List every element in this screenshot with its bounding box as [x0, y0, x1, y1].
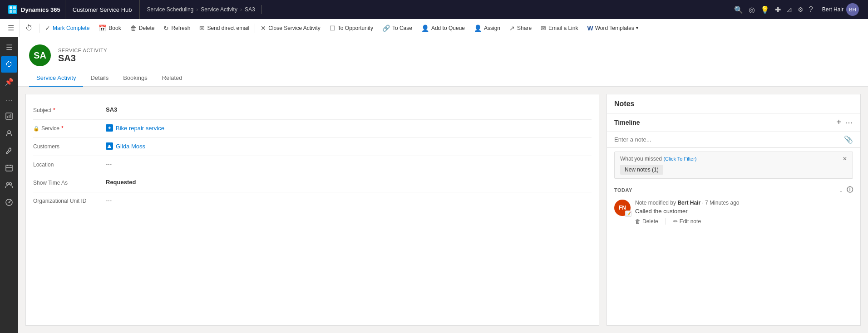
email-a-link-button[interactable]: ✉ Email a Link — [536, 19, 582, 37]
svg-rect-0 — [10, 6, 12, 9]
location-label: Location — [33, 161, 106, 168]
timeline-more-icon[interactable]: ⋯ — [845, 118, 853, 127]
new-notes-button[interactable]: New notes (1) — [620, 165, 663, 175]
timeline-actions: + ⋯ — [836, 118, 853, 127]
timeline-title: Timeline — [614, 119, 640, 126]
d365-icon — [8, 5, 17, 14]
breadcrumb-service-scheduling[interactable]: Service Scheduling — [147, 6, 194, 13]
email-icon: ✉ — [199, 24, 205, 32]
sidebar: ☰ ⏱ 📌 … — [0, 37, 18, 333]
add-to-queue-button[interactable]: 👤 Add to Queue — [417, 19, 469, 37]
top-nav: Dynamics 365 Customer Service Hub Servic… — [0, 0, 868, 19]
lock-icon: 🔒 — [33, 126, 39, 132]
book-button[interactable]: 📅 Book — [94, 19, 125, 37]
add-icon[interactable]: ✚ — [775, 5, 781, 14]
tab-related[interactable]: Related — [155, 70, 190, 87]
missed-close-icon[interactable]: ✕ — [843, 156, 847, 162]
entity-type-label: SERVICE ACTIVITY — [58, 48, 107, 53]
timeline-add-icon[interactable]: + — [836, 118, 841, 127]
refresh-button[interactable]: ↻ Refresh — [159, 19, 195, 37]
refresh-icon: ↻ — [163, 24, 169, 32]
activity-icon[interactable]: ◎ — [749, 5, 755, 14]
delete-note-button[interactable]: 🗑 Delete — [635, 218, 658, 225]
info-button[interactable]: ⏱ — [20, 19, 38, 37]
note-author-name: Bert Hair — [677, 200, 700, 206]
svg-rect-3 — [13, 10, 16, 13]
show-time-as-value[interactable]: Requested — [106, 179, 592, 186]
to-case-button[interactable]: 🔗 To Case — [378, 19, 417, 37]
note-action-separator — [666, 218, 666, 225]
missed-banner-header: What you missed (Click To Filter) ✕ — [620, 156, 847, 162]
sidebar-item-analytics[interactable] — [1, 194, 17, 211]
sidebar-item-tools[interactable] — [1, 142, 17, 159]
sidebar-item-contacts[interactable] — [1, 125, 17, 142]
content-area: SA SERVICE ACTIVITY SA3 Service Activity… — [18, 37, 868, 333]
breadcrumb-service-activity[interactable]: Service Activity — [201, 6, 237, 13]
sidebar-item-menu[interactable]: ☰ — [1, 39, 17, 55]
edit-note-button[interactable]: ✏ Edit note — [673, 218, 701, 225]
timeline-header: Timeline + ⋯ — [607, 114, 860, 132]
svg-point-16 — [9, 202, 10, 203]
customer-lookup-icon — [106, 142, 113, 150]
missed-banner: What you missed (Click To Filter) ✕ New … — [614, 152, 853, 179]
delete-icon: 🗑 — [130, 24, 137, 32]
attachment-icon[interactable]: 📎 — [844, 135, 853, 144]
missed-filter[interactable]: (Click To Filter) — [663, 156, 696, 162]
to-opportunity-button[interactable]: ☐ To Opportunity — [325, 19, 378, 37]
info-circle-icon[interactable]: ⓘ — [847, 186, 853, 194]
field-subject: Subject * SA3 — [33, 102, 592, 120]
sidebar-item-recent[interactable]: ⏱ — [1, 56, 17, 73]
mark-complete-button[interactable]: ✓ Mark Complete — [40, 19, 94, 37]
nav-hub[interactable]: Customer Service Hub — [65, 0, 140, 19]
page-header: SA SERVICE ACTIVITY SA3 — [18, 37, 868, 70]
question-icon[interactable]: ? — [809, 5, 813, 14]
sidebar-item-calendar[interactable] — [1, 160, 17, 176]
service-value[interactable]: Bike repair service — [106, 124, 592, 132]
tab-bar: Service Activity Details Bookings Relate… — [18, 70, 868, 87]
book-icon: 📅 — [99, 24, 106, 32]
sidebar-item-reports[interactable] — [1, 108, 17, 124]
download-icon[interactable]: ↓ — [839, 186, 843, 194]
close-service-activity-button[interactable]: ✕ Close Service Activity — [256, 19, 325, 37]
settings-icon[interactable]: ⚙ — [798, 6, 804, 13]
org-unit-id-value[interactable]: --- — [106, 197, 592, 204]
notes-header: Notes — [607, 94, 860, 114]
customers-value[interactable]: Gilda Moss — [106, 142, 592, 150]
customers-label: Customers — [33, 142, 106, 150]
form-panel: Subject * SA3 🔒 Service * — [25, 94, 599, 326]
close-icon: ✕ — [261, 24, 266, 32]
menu-toggle[interactable]: ☰ — [2, 19, 20, 37]
sidebar-item-more[interactable]: … — [1, 91, 17, 107]
tab-details[interactable]: Details — [83, 70, 116, 87]
field-show-time-as: Show Time As Requested — [33, 174, 592, 192]
notes-title: Notes — [614, 100, 853, 108]
field-org-unit-id: Organizational Unit ID --- — [33, 192, 592, 211]
sidebar-item-groups[interactable] — [1, 177, 17, 193]
form-notes-split: Subject * SA3 🔒 Service * — [18, 87, 868, 333]
help-lightbulb-icon[interactable]: 💡 — [760, 5, 769, 14]
sidebar-item-pinned[interactable]: 📌 — [1, 73, 17, 90]
assign-button[interactable]: 👤 Assign — [469, 19, 505, 37]
tab-service-activity[interactable]: Service Activity — [29, 70, 83, 87]
note-author-avatar: FN 📝 — [614, 200, 631, 216]
search-icon[interactable]: 🔍 — [734, 5, 743, 14]
notes-input-area: 📎 — [607, 132, 860, 148]
assign-icon: 👤 — [474, 24, 482, 32]
svg-point-8 — [8, 131, 10, 133]
entity-info: SERVICE ACTIVITY SA3 — [58, 48, 107, 64]
breadcrumb-sa3[interactable]: SA3 — [245, 6, 255, 13]
location-value[interactable]: --- — [106, 161, 592, 167]
tab-bookings[interactable]: Bookings — [116, 70, 154, 87]
send-direct-email-button[interactable]: ✉ Send direct email — [195, 19, 254, 37]
brand[interactable]: Dynamics 365 — [4, 0, 65, 19]
notes-input[interactable] — [614, 136, 840, 143]
word-templates-button[interactable]: W Word Templates ▾ — [582, 19, 642, 37]
filter-icon[interactable]: ⊿ — [786, 5, 792, 14]
subject-label: Subject * — [33, 106, 106, 113]
user-menu[interactable]: Bert Hair BH — [817, 3, 864, 16]
checkmark-icon: ✓ — [45, 24, 50, 32]
delete-button[interactable]: 🗑 Delete — [126, 19, 159, 37]
subject-value[interactable]: SA3 — [106, 106, 592, 113]
share-button[interactable]: ↗ Share — [505, 19, 536, 37]
case-icon: 🔗 — [382, 24, 390, 32]
